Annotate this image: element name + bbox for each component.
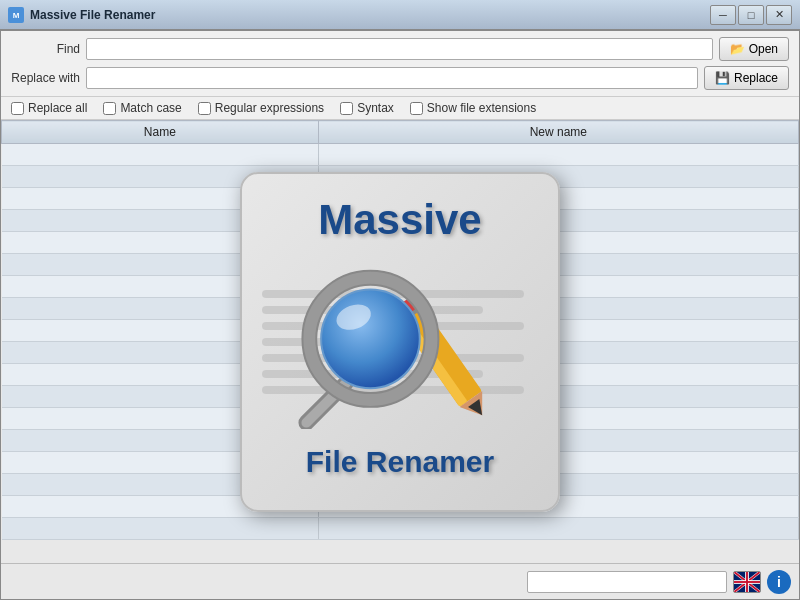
new-name-cell bbox=[318, 408, 798, 430]
table-row[interactable] bbox=[2, 188, 799, 210]
toolbar: Find 📂 Open Replace with 💾 Replace bbox=[1, 31, 799, 97]
table-row[interactable] bbox=[2, 232, 799, 254]
show-extensions-label: Show file extensions bbox=[427, 101, 536, 115]
flag-icon bbox=[733, 571, 761, 593]
match-case-label: Match case bbox=[120, 101, 181, 115]
find-label: Find bbox=[11, 42, 86, 56]
find-row: Find 📂 Open bbox=[11, 37, 789, 61]
app-icon: M bbox=[8, 7, 24, 23]
table-row[interactable] bbox=[2, 518, 799, 540]
minimize-button[interactable]: ─ bbox=[710, 5, 736, 25]
new-name-cell bbox=[318, 320, 798, 342]
replace-input[interactable] bbox=[86, 67, 698, 89]
window-title: Massive File Renamer bbox=[30, 8, 710, 22]
table-row[interactable] bbox=[2, 276, 799, 298]
name-cell bbox=[2, 232, 319, 254]
name-cell bbox=[2, 408, 319, 430]
name-cell bbox=[2, 474, 319, 496]
name-cell bbox=[2, 188, 319, 210]
table-row[interactable] bbox=[2, 364, 799, 386]
new-name-cell bbox=[318, 430, 798, 452]
replace-label: Replace with bbox=[11, 71, 86, 85]
table-row[interactable] bbox=[2, 342, 799, 364]
name-cell bbox=[2, 518, 319, 540]
match-case-checkbox[interactable] bbox=[103, 102, 116, 115]
new-name-cell bbox=[318, 364, 798, 386]
name-cell bbox=[2, 430, 319, 452]
new-name-cell bbox=[318, 144, 798, 166]
folder-icon: 📂 bbox=[730, 42, 745, 56]
new-name-cell bbox=[318, 188, 798, 210]
maximize-button[interactable]: □ bbox=[738, 5, 764, 25]
window-controls: ─ □ ✕ bbox=[710, 5, 792, 25]
regular-expressions-option[interactable]: Regular expressions bbox=[198, 101, 324, 115]
table-row[interactable] bbox=[2, 144, 799, 166]
table-row[interactable] bbox=[2, 496, 799, 518]
show-extensions-option[interactable]: Show file extensions bbox=[410, 101, 536, 115]
new-name-cell bbox=[318, 166, 798, 188]
file-table: Name New name bbox=[1, 120, 799, 540]
name-cell bbox=[2, 452, 319, 474]
table-row[interactable] bbox=[2, 254, 799, 276]
find-input[interactable] bbox=[86, 38, 713, 60]
name-column-header: Name bbox=[2, 121, 319, 144]
name-cell bbox=[2, 320, 319, 342]
replace-all-checkbox[interactable] bbox=[11, 102, 24, 115]
syntax-checkbox[interactable] bbox=[340, 102, 353, 115]
table-row[interactable] bbox=[2, 474, 799, 496]
name-cell bbox=[2, 276, 319, 298]
table-row[interactable] bbox=[2, 430, 799, 452]
table-row[interactable] bbox=[2, 166, 799, 188]
replace-button[interactable]: 💾 Replace bbox=[704, 66, 789, 90]
status-input[interactable] bbox=[527, 571, 727, 593]
name-cell bbox=[2, 144, 319, 166]
name-cell bbox=[2, 342, 319, 364]
svg-rect-23 bbox=[734, 581, 760, 583]
syntax-option[interactable]: Syntax bbox=[340, 101, 394, 115]
table-row[interactable] bbox=[2, 210, 799, 232]
match-case-option[interactable]: Match case bbox=[103, 101, 181, 115]
name-cell bbox=[2, 210, 319, 232]
options-row: Replace all Match case Regular expressio… bbox=[1, 97, 799, 120]
close-button[interactable]: ✕ bbox=[766, 5, 792, 25]
main-window: Find 📂 Open Replace with 💾 Replace Repla… bbox=[0, 30, 800, 600]
new-name-cell bbox=[318, 254, 798, 276]
replace-all-option[interactable]: Replace all bbox=[11, 101, 87, 115]
new-name-cell bbox=[318, 210, 798, 232]
new-name-cell bbox=[318, 474, 798, 496]
replace-icon: 💾 bbox=[715, 71, 730, 85]
replace-all-label: Replace all bbox=[28, 101, 87, 115]
regular-expressions-checkbox[interactable] bbox=[198, 102, 211, 115]
table-row[interactable] bbox=[2, 452, 799, 474]
info-button[interactable]: i bbox=[767, 570, 791, 594]
file-list-container: Name New name M bbox=[1, 120, 799, 563]
regular-expressions-label: Regular expressions bbox=[215, 101, 324, 115]
new-name-cell bbox=[318, 298, 798, 320]
name-cell bbox=[2, 298, 319, 320]
open-button[interactable]: 📂 Open bbox=[719, 37, 789, 61]
name-cell bbox=[2, 166, 319, 188]
table-row[interactable] bbox=[2, 408, 799, 430]
title-bar: M Massive File Renamer ─ □ ✕ bbox=[0, 0, 800, 30]
name-cell bbox=[2, 364, 319, 386]
name-cell bbox=[2, 386, 319, 408]
name-cell bbox=[2, 496, 319, 518]
show-extensions-checkbox[interactable] bbox=[410, 102, 423, 115]
new-name-cell bbox=[318, 386, 798, 408]
table-row[interactable] bbox=[2, 386, 799, 408]
new-name-column-header: New name bbox=[318, 121, 798, 144]
replace-row: Replace with 💾 Replace bbox=[11, 66, 789, 90]
new-name-cell bbox=[318, 496, 798, 518]
new-name-cell bbox=[318, 518, 798, 540]
svg-text:M: M bbox=[13, 11, 20, 20]
table-row[interactable] bbox=[2, 298, 799, 320]
new-name-cell bbox=[318, 452, 798, 474]
new-name-cell bbox=[318, 276, 798, 298]
table-row[interactable] bbox=[2, 320, 799, 342]
new-name-cell bbox=[318, 232, 798, 254]
status-bar: i bbox=[1, 563, 799, 599]
new-name-cell bbox=[318, 342, 798, 364]
name-cell bbox=[2, 254, 319, 276]
syntax-label: Syntax bbox=[357, 101, 394, 115]
